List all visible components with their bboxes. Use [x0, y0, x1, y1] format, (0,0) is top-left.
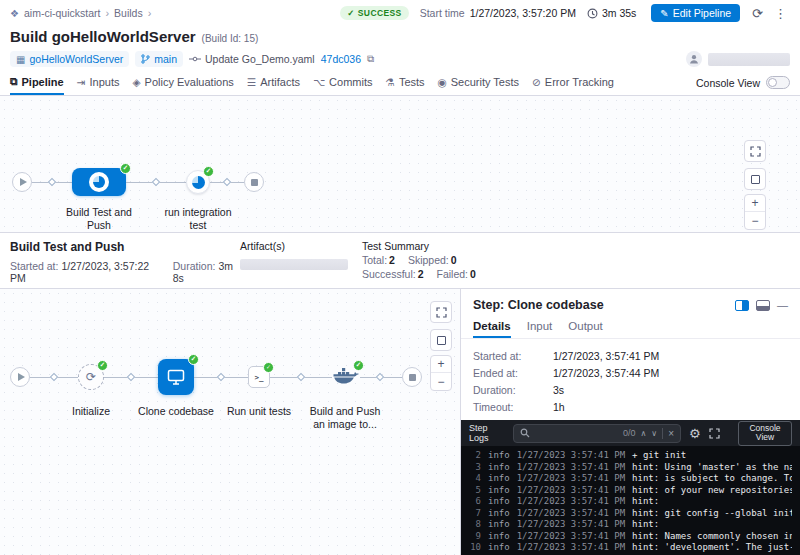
canvas-fullscreen-button[interactable]: [430, 301, 452, 323]
tab-details[interactable]: Details: [473, 315, 511, 338]
step-details-header: Step: Clone codebase —: [461, 289, 800, 315]
zoom-out-button[interactable]: −: [431, 373, 451, 390]
tab-error-tracking[interactable]: ⊘ Error Tracking: [532, 70, 614, 95]
log-search-input[interactable]: [535, 428, 618, 439]
step-graph-canvas[interactable]: ⟳ ✓ Initialize ✓ Clone codebase >_ ✓ Run…: [0, 289, 460, 555]
tab-output[interactable]: Output: [568, 315, 603, 338]
clock-icon: [587, 8, 598, 19]
fullscreen-icon: [709, 428, 720, 439]
add-step-node[interactable]: [217, 373, 225, 381]
commit-message[interactable]: Update Go_Demo.yaml: [189, 53, 315, 65]
log-expand-icon[interactable]: [709, 428, 720, 439]
tab-label: Artifacts: [260, 76, 300, 88]
log-line: 9info1/27/2023 3:57:41 PMhint: Names com…: [469, 531, 792, 543]
breadcrumb-builds[interactable]: Builds: [114, 7, 143, 19]
tab-pipeline[interactable]: ⧉ Pipeline: [10, 70, 64, 95]
step-label[interactable]: Build and Push an image to...: [303, 405, 387, 430]
build-id: (Build Id: 15): [202, 33, 259, 44]
canvas-fit-view-button[interactable]: [744, 168, 766, 190]
status-badge-label: SUCCESS: [358, 8, 402, 18]
bottom-view-icon[interactable]: [756, 300, 770, 311]
refresh-icon[interactable]: ⟳: [749, 6, 766, 21]
pipeline-end-node[interactable]: [244, 172, 264, 192]
log-settings-gear-icon[interactable]: ⚙: [689, 426, 701, 441]
step-node-run-unit-tests[interactable]: >_ ✓: [248, 366, 270, 388]
edit-pipeline-button[interactable]: ✎ Edit Pipeline: [651, 4, 740, 22]
search-next-icon[interactable]: ∨: [651, 429, 657, 438]
console-view-button[interactable]: Console View: [738, 421, 792, 446]
success-check-icon: ✓: [353, 360, 364, 371]
console-view-control: Console View: [696, 70, 790, 95]
breadcrumb-separator-icon: ›: [148, 7, 152, 19]
success-check-icon: ✓: [263, 362, 274, 373]
add-stage-node[interactable]: [152, 178, 160, 186]
stage-label[interactable]: Build Test and Push: [53, 206, 145, 231]
stage-summary-bar: Build Test and Push Started at: 1/27/202…: [0, 232, 800, 289]
add-stage-node[interactable]: [223, 178, 231, 186]
split-view-icon[interactable]: [735, 300, 749, 311]
success-check-icon: ✓: [203, 166, 214, 177]
commit-icon: [189, 55, 201, 63]
status-badge: ✓ SUCCESS: [340, 6, 408, 20]
step-node-clone-codebase[interactable]: ✓: [158, 359, 194, 395]
tab-label: Pipeline: [22, 76, 64, 88]
step-label[interactable]: Clone codebase: [134, 405, 218, 418]
search-close-icon[interactable]: ×: [668, 428, 674, 439]
add-step-node[interactable]: [127, 373, 135, 381]
fit-view-icon: [751, 175, 760, 184]
stop-icon: [409, 374, 416, 381]
stage-label[interactable]: run integration test: [158, 206, 238, 231]
tab-policy-evaluations[interactable]: ◈ Policy Evaluations: [132, 70, 233, 95]
add-step-node[interactable]: [376, 373, 384, 381]
search-prev-icon[interactable]: ∧: [640, 429, 646, 438]
tab-tests[interactable]: ⚗ Tests: [385, 70, 424, 95]
pipeline-start-node[interactable]: [12, 172, 32, 192]
console-view-toggle[interactable]: [766, 76, 790, 89]
zoom-out-button[interactable]: −: [745, 212, 765, 229]
stage-graph-canvas[interactable]: ✓ Build Test and Push ✓ run integration …: [0, 96, 800, 232]
title-row: Build goHelloWorldServer (Build Id: 15): [0, 26, 800, 48]
stage-start-node[interactable]: [10, 367, 30, 387]
breadcrumb-project[interactable]: aim-ci-quickstart: [24, 7, 100, 19]
log-lines[interactable]: 2info1/27/2023 3:57:41 PM+ git init 3inf…: [461, 446, 800, 555]
play-icon: [18, 373, 25, 381]
canvas-fullscreen-button[interactable]: [744, 140, 766, 162]
page-title: Build goHelloWorldServer: [10, 28, 196, 45]
step-details-title: Step: Clone codebase: [473, 298, 604, 312]
step-label[interactable]: Run unit tests: [222, 405, 296, 418]
add-step-node[interactable]: [50, 373, 58, 381]
tab-inputs[interactable]: ⇥ Inputs: [77, 70, 120, 95]
add-stage-node[interactable]: [48, 178, 56, 186]
monitor-icon: [167, 369, 185, 386]
success-check-icon: ✓: [347, 8, 355, 18]
ci-swirl-icon: [192, 176, 205, 189]
commit-message-text: Update Go_Demo.yaml: [205, 53, 315, 65]
artifacts-label: Artifact(s): [240, 240, 362, 252]
stage-node-build-test-and-push[interactable]: ✓: [72, 168, 126, 196]
test-summary-line-1: Total:2 Skipped:0: [362, 254, 790, 266]
stage-node-run-integration-test[interactable]: ✓: [186, 170, 210, 194]
tab-security-tests[interactable]: ◉ Security Tests: [438, 70, 519, 95]
stage-started: Started at: 1/27/2023, 3:57:22 PM: [10, 260, 153, 284]
zoom-in-button[interactable]: +: [431, 356, 451, 373]
inputs-tab-icon: ⇥: [77, 76, 86, 88]
copy-icon[interactable]: ⧉: [367, 53, 374, 65]
branch-chip[interactable]: main: [135, 51, 183, 67]
stage-end-node[interactable]: [402, 367, 422, 387]
app: ❖ aim-ci-quickstart › Builds › ✓ SUCCESS…: [0, 0, 800, 555]
minimize-view-icon[interactable]: —: [777, 300, 788, 311]
tab-commits[interactable]: ⌥ Commits: [313, 70, 373, 95]
repo-name: goHelloWorldServer: [29, 53, 123, 65]
step-node-build-and-push[interactable]: ✓: [332, 365, 359, 387]
tab-artifacts[interactable]: ☰ Artifacts: [247, 70, 300, 95]
tab-input[interactable]: Input: [527, 315, 553, 338]
step-node-initialize[interactable]: ⟳ ✓: [78, 364, 104, 390]
canvas-fit-view-button[interactable]: [430, 329, 452, 351]
commit-sha-link[interactable]: 47dc036: [321, 53, 361, 65]
zoom-in-button[interactable]: +: [745, 195, 765, 212]
step-details-panel: Step: Clone codebase — Details Input Out…: [460, 289, 800, 555]
add-step-node[interactable]: [297, 373, 305, 381]
step-label[interactable]: Initialize: [56, 405, 126, 418]
repo-chip[interactable]: ▦ goHelloWorldServer: [10, 51, 129, 67]
more-menu-icon[interactable]: ⋮: [771, 6, 790, 21]
